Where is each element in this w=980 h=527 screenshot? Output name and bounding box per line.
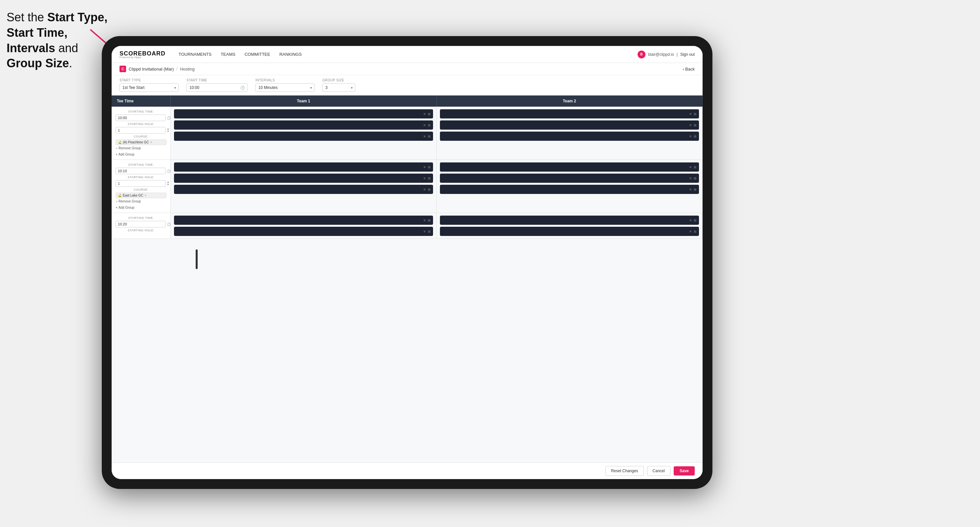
start-time-group: Start Time 🕐: [186, 78, 248, 92]
starting-hole-input-1[interactable]: [116, 127, 165, 133]
table-content: STARTING TIME: 🕐 STARTING HOLE: ▲ ▼ COUR…: [111, 106, 703, 462]
add-icon-2: +: [116, 206, 118, 210]
slot-expand-2-2[interactable]: ⊞: [694, 123, 696, 127]
tablet-screen: SCOREBOARD Powered by clippd TOURNAMENTS…: [111, 46, 703, 479]
remove-group-2[interactable]: ○ Remove Group: [116, 200, 167, 203]
player-slot-3-3: ✕ ⊞: [174, 185, 433, 194]
start-type-select[interactable]: 1st Tee Start Shotgun Start: [119, 83, 178, 92]
slot-expand-5-2[interactable]: ⊞: [428, 230, 430, 233]
back-button[interactable]: ‹ Back: [682, 67, 695, 71]
group-size-label: Group Size: [322, 78, 355, 82]
group-1-controls: STARTING TIME: 🕐 STARTING HOLE: ▲ ▼ COUR…: [111, 106, 171, 159]
starting-hole-input-2[interactable]: [116, 180, 165, 187]
nav-teams[interactable]: TEAMS: [221, 51, 235, 58]
tablet-side-button: [196, 249, 198, 269]
slot-x-1-3[interactable]: ✕: [423, 135, 426, 138]
slot-expand-4-1[interactable]: ⊞: [694, 165, 696, 169]
player-slot-1-1: ✕ ⊞: [174, 109, 433, 119]
starting-time-input-3[interactable]: [116, 221, 165, 227]
breadcrumb-tournament[interactable]: Clippd Invitational (Mar): [129, 67, 174, 71]
starting-time-label-1: STARTING TIME:: [116, 110, 167, 113]
instruction-line4-bold: Group Size: [6, 56, 69, 70]
slot-expand-6-2[interactable]: ⊞: [694, 230, 696, 233]
starting-time-input-2[interactable]: [116, 168, 165, 174]
start-time-input[interactable]: [186, 83, 248, 92]
remove-group-1[interactable]: ○ Remove Group: [116, 146, 167, 150]
course-remove-2[interactable]: ×: [145, 194, 146, 197]
slot-expand-4-2[interactable]: ⊞: [694, 176, 696, 180]
course-name-2: East Lake GC: [123, 194, 143, 197]
save-button[interactable]: Save: [674, 466, 695, 476]
nav-bar: SCOREBOARD Powered by clippd TOURNAMENTS…: [111, 46, 703, 63]
slot-expand-4-3[interactable]: ⊞: [694, 188, 696, 191]
team1-col-3: ✕ ⊞ ✕ ⊞: [171, 213, 437, 238]
course-label-2: COURSE:: [116, 188, 167, 191]
slot-x-4-3[interactable]: ✕: [689, 188, 692, 191]
starting-time-input-row-3: 🕐: [116, 221, 167, 227]
sign-out-link[interactable]: Sign out: [680, 52, 695, 57]
slot-x-1-1[interactable]: ✕: [423, 112, 426, 116]
th-tee-time: Tee Time: [111, 95, 171, 106]
player-slot-6-2: ✕ ⊞: [440, 227, 699, 236]
slot-expand-2-1[interactable]: ⊞: [694, 112, 696, 116]
nav-rankings[interactable]: RANKINGS: [279, 51, 302, 58]
intervals-select[interactable]: 10 Minutes 8 Minutes 12 Minutes: [255, 83, 315, 92]
cancel-button[interactable]: Cancel: [647, 466, 670, 476]
slot-expand-2-3[interactable]: ⊞: [694, 135, 696, 138]
add-group-1[interactable]: + Add Group: [116, 152, 167, 156]
slot-x-2-3[interactable]: ✕: [689, 135, 692, 138]
nav-committee[interactable]: COMMITTEE: [245, 51, 270, 58]
group-row-3: STARTING TIME: 🕐 STARTING HOLE: ✕ ⊞ ✕ ⊞: [111, 213, 703, 239]
starting-time-label-2: STARTING TIME:: [116, 163, 167, 167]
slot-expand-3-3[interactable]: ⊞: [428, 188, 430, 191]
hole-down-1[interactable]: ▼: [167, 130, 169, 133]
slot-x-5-2[interactable]: ✕: [423, 230, 426, 233]
user-avatar: B: [638, 51, 646, 59]
slot-expand-3-2[interactable]: ⊞: [428, 176, 430, 180]
slot-x-1-2[interactable]: ✕: [423, 123, 426, 127]
team2-col-2: ✕ ⊞ ✕ ⊞ ✕ ⊞: [437, 160, 703, 213]
user-email: blair@clippd.io: [648, 52, 674, 57]
nav-links: TOURNAMENTS TEAMS COMMITTEE RANKINGS: [178, 51, 638, 58]
slot-expand-1-1[interactable]: ⊞: [428, 112, 430, 116]
slot-x-2-1[interactable]: ✕: [689, 112, 692, 116]
reset-button[interactable]: Reset Changes: [605, 466, 644, 476]
nav-tournaments[interactable]: TOURNAMENTS: [178, 51, 212, 58]
slot-expand-6-1[interactable]: ⊞: [694, 219, 696, 222]
course-tag-1: ⛳ (A) Peachtree GC ×: [116, 140, 167, 145]
slot-x-5-1[interactable]: ✕: [423, 219, 426, 222]
slot-x-6-1[interactable]: ✕: [689, 219, 692, 222]
group-size-group: Group Size 3 2 4: [322, 78, 355, 92]
team2-col-3: ✕ ⊞ ✕ ⊞: [437, 213, 703, 238]
slot-x-4-1[interactable]: ✕: [689, 165, 692, 169]
slot-expand-3-1[interactable]: ⊞: [428, 165, 430, 169]
slot-x-6-2[interactable]: ✕: [689, 230, 692, 233]
instruction-line3-normal: and: [55, 41, 78, 55]
slot-expand-1-3[interactable]: ⊞: [428, 135, 430, 138]
hole-down-2[interactable]: ▼: [167, 183, 169, 186]
clock-icon-2: 🕐: [167, 169, 171, 173]
add-group-2[interactable]: + Add Group: [116, 206, 167, 210]
table-header: Tee Time Team 1 Team 2: [111, 95, 703, 106]
remove-icon-2: ○: [116, 200, 118, 203]
group-size-select[interactable]: 3 2 4: [322, 83, 355, 92]
slot-expand-5-1[interactable]: ⊞: [428, 219, 430, 222]
starting-time-input-1[interactable]: [116, 114, 165, 121]
course-remove-1[interactable]: ×: [150, 140, 152, 144]
group-size-wrapper: 3 2 4: [322, 83, 355, 92]
group-row-2: STARTING TIME: 🕐 STARTING HOLE: ▲ ▼ COUR…: [111, 160, 703, 213]
team1-col-1: ✕ ⊞ ✕ ⊞ ✕ ⊞: [171, 106, 437, 159]
slot-expand-1-2[interactable]: ⊞: [428, 123, 430, 127]
player-slot-1-3: ✕ ⊞: [174, 132, 433, 141]
group-row-1: STARTING TIME: 🕐 STARTING HOLE: ▲ ▼ COUR…: [111, 106, 703, 160]
player-slot-6-1: ✕ ⊞: [440, 216, 699, 225]
slot-x-3-1[interactable]: ✕: [423, 165, 426, 169]
nav-right: B blair@clippd.io | Sign out: [638, 51, 695, 59]
instruction-text: Set the Start Type, Start Time, Interval…: [6, 10, 108, 71]
player-slot-1-2: ✕ ⊞: [174, 121, 433, 130]
slot-x-2-2[interactable]: ✕: [689, 123, 692, 127]
slot-x-3-3[interactable]: ✕: [423, 188, 426, 191]
slot-x-3-2[interactable]: ✕: [423, 176, 426, 180]
clock-icon-1: 🕐: [167, 116, 171, 120]
slot-x-4-2[interactable]: ✕: [689, 176, 692, 180]
